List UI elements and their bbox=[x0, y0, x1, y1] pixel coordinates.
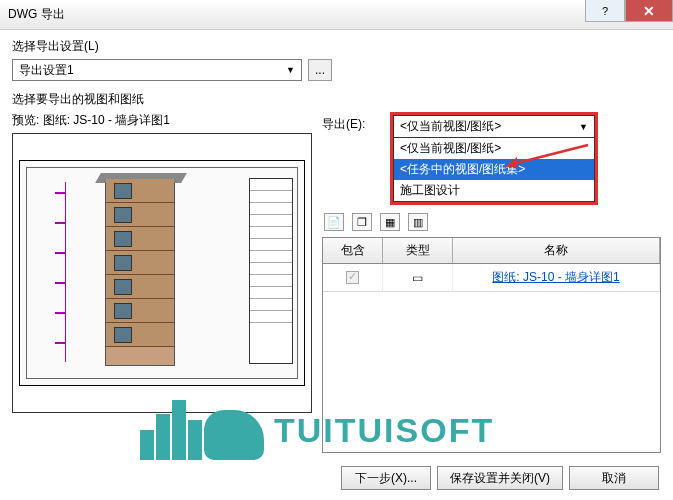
chevron-down-icon: ▼ bbox=[286, 65, 295, 75]
close-button[interactable]: ✕ bbox=[625, 0, 673, 22]
preview-label: 预览: 图纸: JS-10 - 墙身详图1 bbox=[12, 112, 312, 129]
new-list-icon[interactable]: 📄 bbox=[324, 213, 344, 231]
col-include[interactable]: 包含 bbox=[323, 238, 383, 263]
dropdown-value: <仅当前视图/图纸> bbox=[400, 118, 501, 135]
col-type[interactable]: 类型 bbox=[383, 238, 453, 263]
views-section-label: 选择要导出的视图和图纸 bbox=[12, 91, 661, 108]
check-all-icon[interactable]: ▦ bbox=[380, 213, 400, 231]
dropdown-option[interactable]: <仅当前视图/图纸> bbox=[394, 138, 594, 159]
export-settings-combo[interactable]: 导出设置1 ▼ bbox=[12, 59, 302, 81]
browse-button[interactable]: ... bbox=[308, 59, 332, 81]
dialog-footer: 下一步(X)... 保存设置并关闭(V) 取消 bbox=[341, 466, 659, 490]
include-cell[interactable] bbox=[323, 264, 383, 291]
sheet-link[interactable]: 图纸: JS-10 - 墙身详图1 bbox=[492, 269, 619, 286]
col-name[interactable]: 名称 bbox=[453, 238, 660, 263]
preview-box bbox=[12, 133, 312, 413]
views-table: 包含 类型 名称 ▭ 图纸: JS-10 - 墙身详图1 bbox=[322, 237, 661, 453]
drawing-sheet bbox=[19, 160, 305, 386]
save-close-button[interactable]: 保存设置并关闭(V) bbox=[437, 466, 563, 490]
elevation-marks bbox=[55, 182, 83, 362]
duplicate-icon[interactable]: ❐ bbox=[352, 213, 372, 231]
checkbox-icon bbox=[346, 271, 359, 284]
list-toolbar: 📄 ❐ ▦ ▥ bbox=[324, 213, 661, 231]
sheet-icon: ▭ bbox=[412, 271, 423, 285]
export-label: 导出(E): bbox=[322, 112, 382, 133]
uncheck-all-icon[interactable]: ▥ bbox=[408, 213, 428, 231]
dialog-content: 选择导出设置(L) 导出设置1 ▼ ... 选择要导出的视图和图纸 预览: 图纸… bbox=[0, 30, 673, 461]
name-cell[interactable]: 图纸: JS-10 - 墙身详图1 bbox=[453, 264, 660, 291]
table-row[interactable]: ▭ 图纸: JS-10 - 墙身详图1 bbox=[323, 264, 660, 292]
settings-label: 选择导出设置(L) bbox=[12, 38, 661, 55]
export-dropdown[interactable]: <仅当前视图/图纸> ▼ bbox=[393, 115, 595, 138]
dropdown-list: <仅当前视图/图纸> <任务中的视图/图纸集> 施工图设计 bbox=[393, 138, 595, 202]
cancel-button[interactable]: 取消 bbox=[569, 466, 659, 490]
table-header: 包含 类型 名称 bbox=[323, 238, 660, 264]
building-render bbox=[105, 178, 175, 366]
combo-value: 导出设置1 bbox=[19, 62, 74, 79]
dropdown-option[interactable]: 施工图设计 bbox=[394, 180, 594, 201]
next-button[interactable]: 下一步(X)... bbox=[341, 466, 431, 490]
dropdown-option-selected[interactable]: <任务中的视图/图纸集> bbox=[394, 159, 594, 180]
title-block bbox=[249, 178, 293, 364]
table-empty-area bbox=[323, 292, 660, 452]
chevron-down-icon: ▼ bbox=[579, 122, 588, 132]
titlebar: DWG 导出 ? ✕ bbox=[0, 0, 673, 30]
type-cell: ▭ bbox=[383, 264, 453, 291]
window-title: DWG 导出 bbox=[8, 6, 65, 23]
help-button[interactable]: ? bbox=[585, 0, 625, 22]
export-dropdown-highlighted: <仅当前视图/图纸> ▼ <仅当前视图/图纸> <任务中的视图/图纸集> 施工图… bbox=[390, 112, 598, 205]
window-controls: ? ✕ bbox=[585, 0, 673, 22]
